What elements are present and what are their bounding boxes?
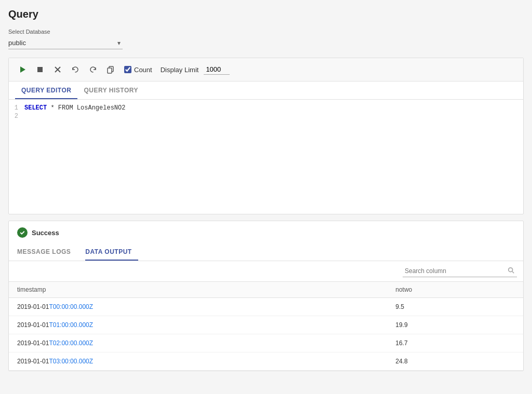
count-checkbox-wrapper: Count [124,66,152,74]
sql-keyword-select: SELECT [24,104,47,112]
page-title: Query [8,8,524,20]
table-row: 2019-01-01T03:00:00.000Z24.8 [9,352,523,371]
tab-message-logs[interactable]: MESSAGE LOGS [17,244,77,261]
query-panel: Count Display Limit QUERY EDITOR QUERY H… [8,58,524,214]
timestamp-time-part[interactable]: T01:00:00.000Z [49,321,93,329]
svg-marker-0 [20,66,25,73]
search-column-input[interactable] [403,265,517,277]
editor-tabs: QUERY EDITOR QUERY HISTORY [9,81,523,100]
tab-query-history[interactable]: QUERY HISTORY [77,81,144,99]
svg-rect-5 [108,68,112,73]
redo-button[interactable] [86,62,100,77]
sql-rest: * FROM [50,104,76,112]
table-row: 2019-01-01T01:00:00.000Z19.9 [9,316,523,334]
results-scroll: timestamp notwo 2019-01-01T00:00:00.000Z… [9,282,523,371]
count-label: Count [134,66,152,74]
display-limit-input[interactable] [204,64,230,75]
success-icon [17,227,28,238]
code-line-1: 1 SELECT * FROM LosAngelesNO2 [9,104,523,112]
cell-timestamp: 2019-01-01T00:00:00.000Z [9,298,387,316]
copy-button[interactable] [103,62,118,77]
db-select-label: Select Database [8,29,524,35]
result-tabs: MESSAGE LOGS DATA OUTPUT [9,244,523,261]
cell-notwo: 9.5 [387,298,523,316]
run-query-button[interactable] [15,62,30,77]
cell-notwo: 16.7 [387,334,523,352]
line-number-1: 1 [9,104,24,112]
sql-table-name: LosAngelesNO2 [77,104,126,112]
cell-notwo: 19.9 [387,316,523,334]
timestamp-time-part[interactable]: T00:00:00.000Z [49,303,93,310]
table-row: 2019-01-01T02:00:00.000Z16.7 [9,334,523,352]
data-table: timestamp notwo 2019-01-01T00:00:00.000Z… [9,282,523,371]
results-panel: Success MESSAGE LOGS DATA OUTPUT [8,221,524,371]
tab-query-editor[interactable]: QUERY EDITOR [15,81,77,99]
svg-point-6 [509,267,513,271]
code-editor[interactable]: 1 SELECT * FROM LosAngelesNO2 2 [9,100,523,214]
line-content-2 [24,113,523,120]
svg-line-7 [512,271,514,273]
database-select[interactable]: public private test [8,37,123,49]
line-content-1: SELECT * FROM LosAngelesNO2 [24,104,523,112]
timestamp-date-part: 2019-01-01 [17,339,49,347]
search-input-wrapper [403,265,517,277]
success-text: Success [32,229,59,237]
tab-data-output[interactable]: DATA OUTPUT [85,244,138,261]
undo-button[interactable] [68,62,83,77]
column-header-notwo: notwo [387,282,523,298]
stop-query-button[interactable] [33,62,47,77]
timestamp-time-part[interactable]: T03:00:00.000Z [49,358,93,365]
success-banner: Success [9,227,523,244]
timestamp-date-part: 2019-01-01 [17,321,49,329]
search-icon [508,267,515,276]
column-header-timestamp: timestamp [9,282,387,298]
count-checkbox[interactable] [124,66,131,73]
query-toolbar: Count Display Limit [9,58,523,81]
table-row: 2019-01-01T00:00:00.000Z9.5 [9,298,523,316]
timestamp-date-part: 2019-01-01 [17,358,49,365]
code-line-2: 2 [9,112,523,120]
close-query-button[interactable] [50,62,65,77]
search-bar [9,261,523,282]
cell-timestamp: 2019-01-01T02:00:00.000Z [9,334,387,352]
db-select-wrapper: public private test ▾ [8,37,123,49]
svg-rect-1 [37,67,43,72]
cell-timestamp: 2019-01-01T03:00:00.000Z [9,352,387,371]
timestamp-time-part[interactable]: T02:00:00.000Z [49,339,93,347]
line-number-2: 2 [9,113,24,120]
cell-notwo: 24.8 [387,352,523,371]
timestamp-date-part: 2019-01-01 [17,303,49,310]
cell-timestamp: 2019-01-01T01:00:00.000Z [9,316,387,334]
display-limit-label: Display Limit [161,66,199,74]
